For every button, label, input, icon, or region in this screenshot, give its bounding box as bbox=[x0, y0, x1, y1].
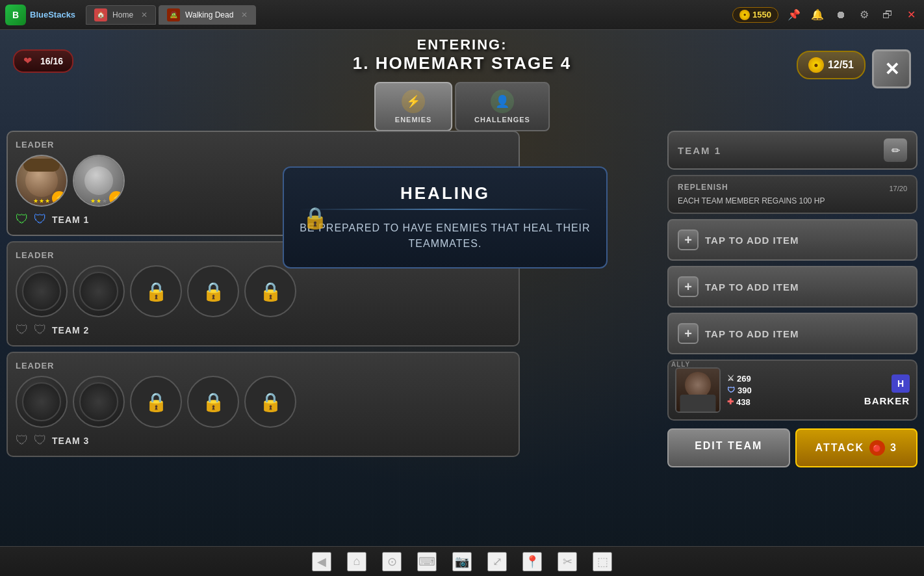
team2-shield-1: 🛡 bbox=[16, 322, 29, 337]
attack-button[interactable]: ATTACK 🔴 3 bbox=[795, 428, 918, 467]
team1-shield-blue: 🛡 bbox=[34, 212, 47, 227]
close-tab-home[interactable]: ✕ bbox=[141, 10, 148, 20]
ally-name: BARKER bbox=[864, 395, 910, 406]
entering-title: ENTERING: 1. HOMEMART STAGE 4 bbox=[353, 36, 572, 73]
team3-leader-label: LEADER bbox=[16, 361, 511, 371]
team2-member-1[interactable] bbox=[16, 265, 68, 317]
attack-cost: 3 bbox=[890, 442, 897, 454]
attack-cost-badge: 🔴 bbox=[869, 440, 885, 456]
edit-team-button[interactable]: EDIT TEAM bbox=[667, 428, 790, 467]
team3-member-2[interactable] bbox=[73, 376, 125, 428]
team1-name: TEAM 1 bbox=[52, 215, 89, 225]
settings-btn[interactable]: ⚙ bbox=[856, 7, 872, 23]
team3-avatar-1 bbox=[22, 382, 61, 421]
coin-display: ● 1550 bbox=[732, 7, 778, 23]
tab-walking-dead[interactable]: 🧟 Walking Dead ✕ bbox=[159, 5, 256, 25]
team2-member-2[interactable] bbox=[73, 265, 125, 317]
counter-icon: ● bbox=[808, 57, 824, 73]
add-item-btn-1[interactable]: + TAP TO ADD ITEM bbox=[667, 219, 918, 261]
map-btn[interactable]: 📍 bbox=[522, 552, 542, 571]
team1-member-2[interactable]: ★ ★ ★ ⚡ bbox=[73, 155, 125, 207]
bluestacks-brand: BlueStacks bbox=[30, 10, 75, 20]
ally-health: 438 bbox=[736, 397, 751, 407]
replenish-container: REPLENISH 17/20 EACH TEAM MEMBER REGAINS… bbox=[667, 175, 918, 214]
grid-btn[interactable]: ⬚ bbox=[593, 552, 612, 571]
add-item-btn-2[interactable]: + TAP TO ADD ITEM bbox=[667, 266, 918, 308]
close-game-btn[interactable]: ✕ bbox=[872, 49, 911, 88]
wd-tab-icon: 🧟 bbox=[167, 8, 180, 21]
team3-member-3[interactable]: 🔒 bbox=[130, 376, 182, 428]
restore-btn[interactable]: 🗗 bbox=[880, 7, 895, 23]
replenish-desc: EACH TEAM MEMBER REGAINS 100 HP bbox=[678, 196, 825, 205]
team2-avatar-1 bbox=[22, 272, 61, 311]
health-icon: ❤ bbox=[23, 55, 36, 68]
health-stat-icon: ✚ bbox=[727, 397, 734, 406]
tab-challenges[interactable]: 👤 CHALLENGES bbox=[455, 82, 550, 131]
team1-member-1[interactable]: ★ ★ ★ ⚡ bbox=[16, 155, 68, 207]
enemies-tab-label: ENEMIES bbox=[395, 116, 432, 124]
ally-class-icon: H bbox=[892, 374, 910, 393]
top-tabs: ⚡ ENEMIES 👤 CHALLENGES bbox=[374, 82, 550, 131]
circle-btn[interactable]: ⊙ bbox=[382, 552, 402, 571]
tool-btn[interactable]: ✂ bbox=[558, 552, 577, 571]
health-text: 16/16 bbox=[40, 56, 63, 66]
entering-label: ENTERING: bbox=[353, 36, 572, 53]
close-tab-wd[interactable]: ✕ bbox=[241, 10, 248, 20]
back-btn[interactable]: ◀ bbox=[312, 552, 331, 571]
pencil-edit-btn[interactable]: ✏ bbox=[884, 138, 907, 162]
add-item-btn-3[interactable]: + TAP TO ADD ITEM bbox=[667, 313, 918, 354]
team2-members: 🔒 🔒 🔒 bbox=[16, 265, 511, 317]
team2-member-3[interactable]: 🔒 bbox=[130, 265, 182, 317]
team1-right-label: TEAM 1 bbox=[678, 145, 721, 156]
replenish-progress: 17/20 bbox=[889, 185, 907, 192]
home-tab-icon: 🏠 bbox=[94, 8, 107, 21]
team2-avatar-2 bbox=[79, 272, 118, 311]
record-btn[interactable]: ⏺ bbox=[833, 7, 849, 23]
team2-lock-5: 🔒 bbox=[259, 281, 282, 302]
game-area: ❤ 16/16 ENTERING: 1. HOMEMART STAGE 4 ● … bbox=[0, 30, 924, 550]
replenish-title: REPLENISH bbox=[678, 183, 728, 192]
sword-icon: ⚔ bbox=[727, 374, 734, 383]
bluestacks-logo: B bbox=[5, 5, 26, 25]
team2-member-4[interactable]: 🔒 bbox=[187, 265, 239, 317]
challenges-tab-icon: 👤 bbox=[491, 90, 514, 113]
ally-section: ALLY ⚔ 269 🛡 bbox=[667, 360, 918, 421]
healing-popup-text: BE PREPARED TO HAVE ENEMIES THAT HEAL TH… bbox=[300, 220, 591, 252]
camera-btn[interactable]: 📷 bbox=[452, 552, 472, 571]
add-item-label-3: TAP TO ADD ITEM bbox=[705, 328, 799, 339]
team2-lock-4: 🔒 bbox=[202, 281, 225, 302]
team3-member-5[interactable]: 🔒 bbox=[244, 376, 296, 428]
stat-attack: ⚔ 269 bbox=[727, 374, 752, 384]
tab-home[interactable]: 🏠 Home ✕ bbox=[86, 5, 156, 25]
close-app-btn[interactable]: ✕ bbox=[903, 7, 919, 23]
bell-btn[interactable]: 🔔 bbox=[810, 7, 825, 23]
healing-popup: 🔒 HEALING BE PREPARED TO HAVE ENEMIES TH… bbox=[283, 166, 608, 268]
bottom-taskbar: ◀ ⌂ ⊙ ⌨ 📷 ⤢ 📍 ✂ ⬚ bbox=[0, 546, 924, 576]
team3-lock-5: 🔒 bbox=[259, 391, 282, 413]
member1-lightning: ⚡ bbox=[52, 191, 66, 205]
home-tab-label: Home bbox=[112, 10, 133, 20]
stat-health: ✚ 438 bbox=[727, 397, 752, 407]
tab-enemies[interactable]: ⚡ ENEMIES bbox=[374, 82, 452, 131]
team3-avatar-2 bbox=[79, 382, 118, 421]
team3-name: TEAM 3 bbox=[52, 436, 89, 446]
team3-member-4[interactable]: 🔒 bbox=[187, 376, 239, 428]
bottom-buttons: EDIT TEAM ATTACK 🔴 3 bbox=[667, 428, 918, 467]
healing-popup-title: HEALING bbox=[300, 183, 591, 203]
pin-btn[interactable]: 📌 bbox=[786, 7, 802, 23]
team3-shield-1: 🛡 bbox=[16, 433, 29, 448]
ally-container: ALLY ⚔ 269 🛡 bbox=[667, 360, 918, 421]
home-btn[interactable]: ⌂ bbox=[347, 552, 366, 571]
team2-member-5[interactable]: 🔒 bbox=[244, 265, 296, 317]
healing-divider bbox=[300, 209, 591, 210]
taskbar: B BlueStacks 🏠 Home ✕ 🧟 Walking Dead ✕ ●… bbox=[0, 0, 924, 30]
keyboard-btn[interactable]: ⌨ bbox=[417, 552, 437, 571]
coin-icon: ● bbox=[739, 10, 750, 20]
wd-tab-label: Walking Dead bbox=[185, 10, 233, 20]
enemies-tab-icon: ⚡ bbox=[402, 90, 425, 113]
resize-btn[interactable]: ⤢ bbox=[487, 552, 507, 571]
ally-info: H BARKER bbox=[864, 374, 910, 406]
team2-shield-2: 🛡 bbox=[34, 322, 47, 337]
team3-member-1[interactable] bbox=[16, 376, 68, 428]
ally-attack: 269 bbox=[737, 374, 751, 384]
